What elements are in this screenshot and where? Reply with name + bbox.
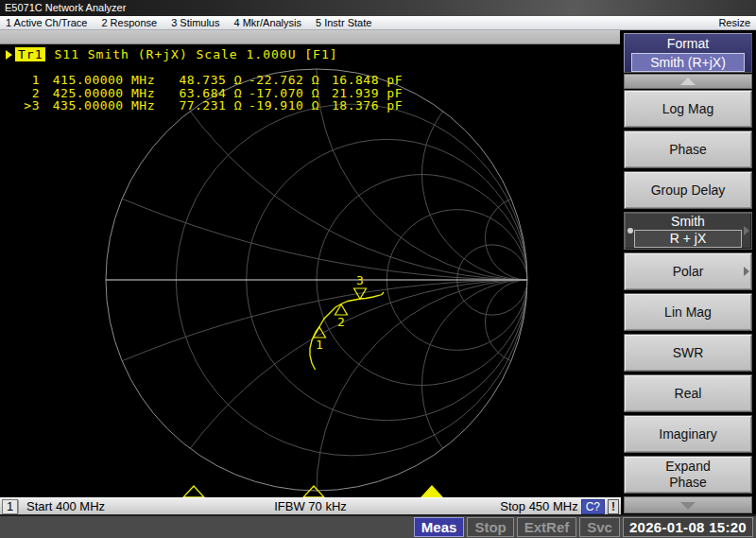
trace-marker-number: 3 [356,273,364,287]
trace-label-badge[interactable]: Tr1 [15,47,45,61]
softkey-imaginary[interactable]: Imaginary [624,415,752,453]
marker-id: 1 [15,74,40,87]
toolbar-strip [0,30,620,44]
softkey-label: Phase [669,142,707,157]
softkey-label: Expand Phase [658,459,718,491]
softkey-phase[interactable]: Phase [624,130,752,168]
selected-dot-icon [627,228,633,234]
softkey-label: Log Mag [662,101,713,116]
calibration-badge: C? [581,499,605,514]
softkey-label: Group Delay [651,182,726,198]
softkey-header-value: Smith (R+jX) [631,53,745,72]
softkey-expand-phase[interactable]: Expand Phase [624,456,752,494]
marker-row: 2425.00000 MHz63.684 Ω-17.070 Ω21.939 pF [0,87,403,100]
softkey-header-title: Format [625,36,751,51]
graph-area: 123 Tr1 S11 Smith (R+jX) Scale 1.000U [F… [0,44,620,497]
marker-capacitance: 18.376 pF [319,99,403,113]
menu-item-5-instr-state[interactable]: 5 Instr State [316,17,371,28]
scroll-down-icon [680,502,696,510]
marker-reactance: -19.910 Ω [242,99,319,113]
menu-item-1-active-ch-trace[interactable]: 1 Active Ch/Trace [6,17,87,28]
softkey-label: Lin Mag [664,304,712,320]
marker-resistance: 63.684 Ω [155,87,242,100]
marker-reactance: -17.070 Ω [242,87,319,100]
instrument-status-bar: MeasStopExtRefSvc 2026-01-08 15:20 [0,514,756,538]
menu-bar-items: 1 Active Ch/Trace2 Response3 Stimulus4 M… [6,17,371,28]
marker-frequency: 415.00000 MHz [40,74,155,87]
scroll-up-icon [680,78,696,85]
softkey-polar[interactable]: Polar [624,252,752,290]
marker-row: 1415.00000 MHz48.735 Ω-22.762 Ω16.848 pF [0,74,403,87]
active-trace-arrow-icon [6,50,12,60]
marker-frequency: 435.00000 MHz [40,99,155,113]
softkey-lin-mag[interactable]: Lin Mag [624,293,752,331]
analyzer-window: E5071C Network Analyzer 1 Active Ch/Trac… [0,0,756,538]
stimulus-marker-icon [303,486,324,497]
submenu-arrow-icon [744,267,749,276]
softkey-log-mag[interactable]: Log Mag [624,90,752,128]
menu-item-4-mkr-analysis[interactable]: 4 Mkr/Analysis [233,17,301,28]
marker-resistance: 77.231 Ω [155,99,242,113]
menu-item-2-response[interactable]: 2 Response [101,17,157,28]
ifbw-label: IFBW 70 kHz [274,499,347,513]
softkey-sidebar: Format Smith (R+jX) Log MagPhaseGroup De… [620,30,756,514]
softkey-label: Real [675,386,702,401]
status-item-extref: ExtRef [517,517,577,537]
softkey-scroll-down-button[interactable] [624,496,752,513]
softkey-scroll-up-button[interactable] [624,74,752,89]
stimulus-status-bar: 1 Start 400 MHz IFBW 70 kHz Stop 450 MHz… [0,497,621,514]
marker-id: 2 [15,87,40,100]
resize-button[interactable]: Resize [718,17,750,28]
stimulus-marker-icon [183,486,204,497]
softkey-label: Polar [673,264,704,279]
status-item-meas: Meas [414,517,465,537]
softkey-smith[interactable]: SmithR + jX [624,212,752,250]
marker-capacitance: 16.848 pF [319,74,403,87]
softkey-group-delay[interactable]: Group Delay [624,171,752,209]
trace-marker-number: 1 [316,338,323,352]
menu-bar: 1 Active Ch/Trace2 Response3 Stimulus4 M… [0,16,756,30]
softkey-label: SWR [673,345,704,360]
status-item-svc: Svc [579,517,620,537]
menu-item-3-stimulus[interactable]: 3 Stimulus [171,17,219,28]
instrument-status-items: MeasStopExtRefSvc [414,517,620,537]
marker-reactance: -22.762 Ω [242,74,319,87]
submenu-arrow-icon [744,226,749,235]
window-titlebar[interactable]: E5071C Network Analyzer [0,0,756,16]
window-title: E5071C Network Analyzer [5,2,126,13]
softkey-sublabel: R + jX [634,230,742,248]
stimulus-marker-active-icon [421,486,442,497]
marker-resistance: 48.735 Ω [155,74,242,87]
trace-header-text: S11 Smith (R+jX) Scale 1.000U [F1] [54,47,337,61]
softkey-label: Imaginary [659,426,716,442]
status-item-stop: Stop [467,517,513,537]
marker-table: 1415.00000 MHz48.735 Ω-22.762 Ω16.848 pF… [0,74,403,113]
datetime-display: 2026-01-08 15:20 [623,517,753,537]
warning-badge: ! [608,499,619,514]
stop-frequency-label: Stop 450 MHz [500,499,577,513]
marker-capacitance: 21.939 pF [319,87,403,100]
marker-frequency: 425.00000 MHz [40,87,155,100]
softkey-label: Smith [671,214,705,229]
marker-row: >3435.00000 MHz77.231 Ω-19.910 Ω18.376 p… [0,99,403,113]
softkey-swr[interactable]: SWR [624,334,752,372]
start-frequency-label: Start 400 MHz [26,499,105,513]
trace-header: Tr1 S11 Smith (R+jX) Scale 1.000U [F1] [6,47,338,61]
softkey-real[interactable]: Real [624,374,752,412]
trace-marker-number: 2 [337,315,345,329]
softkey-header: Format Smith (R+jX) [624,33,752,73]
channel-badge: 1 [2,499,18,514]
marker-id: >3 [15,99,40,113]
sidebar-buttons: Log MagPhaseGroup DelaySmithR + jXPolarL… [624,90,752,494]
